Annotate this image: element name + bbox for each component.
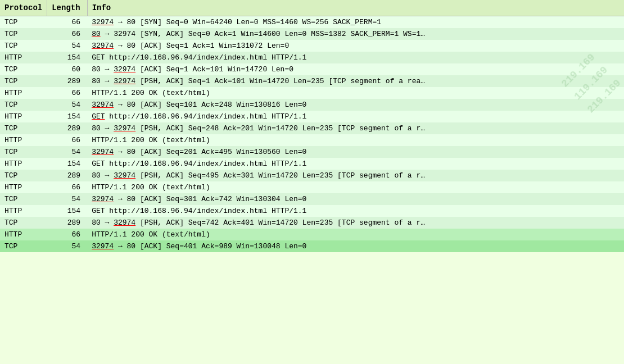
cell-protocol: TCP [0,122,47,134]
underlined-text: 32974 [114,124,135,133]
table-row[interactable]: TCP5432974 → 80 [ACK] Seq=1 Ack=1 Win=13… [0,40,624,52]
packet-table: Protocol Length Info TCP6632974 → 80 [SY… [0,0,624,252]
cell-length: 66 [47,229,87,240]
cell-protocol: TCP [0,63,47,75]
cell-length: 66 [47,181,87,193]
cell-protocol: TCP [0,240,47,252]
cell-info: 32974 → 80 [ACK] Seq=401 Ack=989 Win=130… [87,240,624,252]
header-protocol: Protocol [0,0,47,16]
cell-length: 289 [47,75,87,87]
cell-protocol: HTTP [0,181,47,193]
table-row[interactable]: HTTP66HTTP/1.1 200 OK (text/html) [0,181,624,193]
cell-info: HTTP/1.1 200 OK (text/html) [87,87,624,99]
packet-table-container: Protocol Length Info TCP6632974 → 80 [SY… [0,0,624,364]
cell-info: 80 → 32974 [ACK] Seq=1 Ack=101 Win=14720… [87,63,624,75]
cell-protocol: HTTP [0,52,47,63]
table-row[interactable]: TCP28980 → 32974 [PSH, ACK] Seq=1 Ack=10… [0,75,624,87]
cell-info: 32974 → 80 [ACK] Seq=1 Ack=1 Win=131072 … [87,40,624,52]
table-row[interactable]: TCP5432974 → 80 [ACK] Seq=401 Ack=989 Wi… [0,240,624,252]
cell-info: 80 → 32974 [PSH, ACK] Seq=248 Ack=201 Wi… [87,122,624,134]
cell-protocol: TCP [0,193,47,205]
table-row[interactable]: TCP5432974 → 80 [ACK] Seq=101 Ack=248 Wi… [0,99,624,111]
cell-protocol: HTTP [0,87,47,99]
cell-info: 32974 → 80 [ACK] Seq=301 Ack=742 Win=130… [87,193,624,205]
cell-length: 154 [47,52,87,63]
cell-info: GET http://10.168.96.94/index/index.html… [87,52,624,63]
header-length: Length [47,0,87,16]
cell-protocol: HTTP [0,158,47,170]
cell-info: GET http://10.168.96.94/index/index.html… [87,158,624,170]
cell-length: 289 [47,217,87,229]
cell-info: HTTP/1.1 200 OK (text/html) [87,229,624,240]
underlined-text: 32974 [92,242,114,251]
cell-length: 289 [47,122,87,134]
cell-length: 54 [47,146,87,158]
cell-protocol: HTTP [0,134,47,146]
cell-length: 289 [47,170,87,181]
cell-length: 154 [47,111,87,122]
cell-protocol: TCP [0,146,47,158]
table-row[interactable]: HTTP66HTTP/1.1 200 OK (text/html) [0,87,624,99]
cell-info: 80 → 32974 [PSH, ACK] Seq=1 Ack=101 Win=… [87,75,624,87]
cell-length: 66 [47,134,87,146]
table-row[interactable]: TCP28980 → 32974 [PSH, ACK] Seq=742 Ack=… [0,217,624,229]
table-row[interactable]: HTTP66HTTP/1.1 200 OK (text/html) [0,229,624,240]
table-header-row: Protocol Length Info [0,0,624,16]
cell-protocol: HTTP [0,229,47,240]
underlined-text: 32974 [92,195,114,203]
underlined-text: 32974 [114,219,135,227]
table-row[interactable]: HTTP154GET http://10.168.96.94/index/ind… [0,111,624,122]
cell-protocol: TCP [0,217,47,229]
underlined-text: GET [92,112,105,121]
cell-info: 80 → 32974 [PSH, ACK] Seq=495 Ack=301 Wi… [87,170,624,181]
cell-length: 54 [47,40,87,52]
table-row[interactable]: TCP5432974 → 80 [ACK] Seq=301 Ack=742 Wi… [0,193,624,205]
cell-length: 54 [47,99,87,111]
table-row[interactable]: TCP28980 → 32974 [PSH, ACK] Seq=248 Ack=… [0,122,624,134]
table-row[interactable]: TCP28980 → 32974 [PSH, ACK] Seq=495 Ack=… [0,170,624,181]
cell-length: 66 [47,87,87,99]
cell-info: HTTP/1.1 200 OK (text/html) [87,181,624,193]
cell-protocol: HTTP [0,111,47,122]
underlined-text: 32974 [92,42,114,50]
underlined-text: 32974 [92,18,114,26]
underlined-text: 80 [92,30,101,38]
table-row[interactable]: TCP6080 → 32974 [ACK] Seq=1 Ack=101 Win=… [0,63,624,75]
underlined-text: 32974 [92,101,114,109]
table-row[interactable]: HTTP154GET http://10.168.96.94/index/ind… [0,52,624,63]
cell-length: 54 [47,193,87,205]
cell-length: 154 [47,205,87,217]
cell-length: 60 [47,63,87,75]
cell-length: 66 [47,16,87,29]
cell-protocol: TCP [0,99,47,111]
cell-length: 154 [47,158,87,170]
cell-protocol: HTTP [0,205,47,217]
cell-protocol: TCP [0,28,47,40]
table-row[interactable]: HTTP154GET http://10.168.96.94/index/ind… [0,205,624,217]
cell-protocol: TCP [0,170,47,181]
cell-protocol: TCP [0,16,47,29]
cell-info: GET http://10.168.96.94/index/index.html… [87,205,624,217]
underlined-text: 32974 [92,148,114,156]
table-row[interactable]: HTTP66HTTP/1.1 200 OK (text/html) [0,134,624,146]
underlined-text: 32974 [114,171,135,180]
table-row[interactable]: HTTP154GET http://10.168.96.94/index/ind… [0,158,624,170]
cell-length: 66 [47,28,87,40]
table-row[interactable]: TCP6632974 → 80 [SYN] Seq=0 Win=64240 Le… [0,16,624,29]
header-info: Info [87,0,624,16]
cell-info: GET http://10.168.96.94/index/index.html… [87,111,624,122]
cell-protocol: TCP [0,75,47,87]
underlined-text: 32974 [114,65,135,74]
cell-info: HTTP/1.1 200 OK (text/html) [87,134,624,146]
table-row[interactable]: TCP6680 → 32974 [SYN, ACK] Seq=0 Ack=1 W… [0,28,624,40]
cell-info: 80 → 32974 [SYN, ACK] Seq=0 Ack=1 Win=14… [87,28,624,40]
cell-info: 32974 → 80 [SYN] Seq=0 Win=64240 Len=0 M… [87,16,624,29]
table-body: TCP6632974 → 80 [SYN] Seq=0 Win=64240 Le… [0,16,624,253]
cell-info: 32974 → 80 [ACK] Seq=201 Ack=495 Win=130… [87,146,624,158]
cell-info: 80 → 32974 [PSH, ACK] Seq=742 Ack=401 Wi… [87,217,624,229]
cell-length: 54 [47,240,87,252]
table-row[interactable]: TCP5432974 → 80 [ACK] Seq=201 Ack=495 Wi… [0,146,624,158]
cell-protocol: TCP [0,40,47,52]
cell-info: 32974 → 80 [ACK] Seq=101 Ack=248 Win=130… [87,99,624,111]
underlined-text: 32974 [114,77,135,85]
